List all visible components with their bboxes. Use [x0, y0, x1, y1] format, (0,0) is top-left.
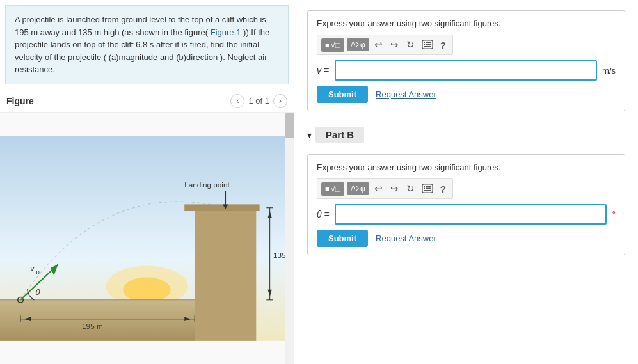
part-b-title: Part B: [315, 127, 364, 143]
svg-rect-44: [427, 187, 429, 189]
svg-text:θ: θ: [36, 287, 40, 297]
part-b-submit-button[interactable]: Submit: [317, 230, 368, 247]
part-b-toolbar: ■ √□ ΑΣφ ↩ ↪ ↻: [317, 178, 453, 199]
svg-rect-46: [424, 190, 431, 191]
svg-rect-4: [195, 207, 256, 340]
part-a-toolbar: ■ √□ ΑΣφ ↩ ↪ ↻: [317, 35, 453, 55]
part-a-input-row: v = m/s: [317, 60, 616, 81]
part-a-refresh-btn[interactable]: ↻: [404, 38, 417, 52]
part-b-input-row: θ = °: [317, 204, 616, 225]
svg-rect-42: [424, 187, 425, 189]
problem-text-box: A projectile is launched from ground lev…: [5, 5, 289, 84]
figure-header: Figure ‹ 1 of 1 ›: [0, 90, 294, 113]
part-a-answer-input[interactable]: [335, 60, 597, 81]
part-a-unit-label: m/s: [602, 66, 616, 75]
svg-rect-5: [184, 204, 259, 211]
part-b-refresh-btn[interactable]: ↻: [404, 182, 417, 196]
math-icon: ■: [325, 41, 330, 49]
part-a-submit-row: Submit Request Answer: [317, 86, 616, 103]
part-b-redo-btn[interactable]: ↪: [388, 182, 401, 196]
part-a-submit-button[interactable]: Submit: [317, 86, 368, 103]
part-b-unit-label: °: [612, 209, 616, 219]
left-panel: A projectile is launched from ground lev…: [0, 0, 294, 364]
svg-rect-43: [426, 187, 427, 189]
sqrt-icon: √□: [331, 40, 340, 50]
svg-rect-31: [429, 42, 431, 43]
scroll-thumb[interactable]: [285, 113, 294, 138]
right-panel: Express your answer using two significan…: [294, 0, 638, 364]
scroll-track[interactable]: [285, 113, 294, 365]
svg-rect-32: [424, 44, 425, 45]
figure-section: Figure ‹ 1 of 1 ›: [0, 90, 294, 365]
part-b-help-btn[interactable]: ?: [438, 182, 449, 196]
part-b-math-btn[interactable]: ■ √□: [321, 182, 344, 196]
part-b-header: ▾ Part B: [307, 122, 625, 148]
part-b-express-label: Express your answer using two significan…: [317, 162, 616, 172]
svg-rect-28: [424, 42, 425, 43]
svg-rect-41: [429, 186, 431, 187]
part-b-var-label: θ =: [317, 209, 330, 219]
part-b-request-button[interactable]: Request Answer: [376, 233, 436, 243]
svg-text:0: 0: [36, 269, 40, 276]
figure-title: Figure: [6, 96, 230, 106]
keyboard-icon: [422, 40, 433, 49]
problem-text-content: A projectile is launched from ground lev…: [15, 15, 269, 74]
next-figure-button[interactable]: ›: [273, 94, 287, 108]
figure-image-area: Landing point 135 m 195 m: [0, 113, 294, 365]
keyboard-icon-b: [422, 184, 433, 193]
part-b-symbol-btn[interactable]: ΑΣφ: [347, 182, 369, 195]
svg-text:195 m: 195 m: [82, 321, 103, 329]
svg-rect-40: [427, 186, 429, 187]
svg-point-2: [123, 277, 171, 301]
svg-rect-39: [426, 186, 427, 187]
part-b-arrow[interactable]: ▾: [307, 130, 312, 140]
figure-link[interactable]: Figure 1: [211, 28, 241, 37]
svg-rect-33: [426, 44, 427, 45]
part-a-symbol-btn[interactable]: ΑΣφ: [347, 38, 369, 51]
math-icon-b: ■: [325, 185, 330, 193]
prev-figure-button[interactable]: ‹: [230, 94, 244, 108]
svg-rect-45: [429, 187, 431, 189]
sqrt-icon-b: √□: [331, 184, 340, 194]
part-a-redo-btn[interactable]: ↪: [388, 38, 401, 52]
svg-rect-38: [424, 186, 425, 187]
svg-rect-29: [426, 42, 427, 43]
part-b-answer-input[interactable]: [335, 204, 607, 225]
part-a-answer-box: Express your answer using two significan…: [307, 10, 625, 111]
landing-point-label: Landing point: [184, 180, 230, 188]
part-a-help-btn[interactable]: ?: [438, 38, 449, 52]
svg-rect-35: [429, 44, 431, 45]
part-a-math-btn[interactable]: ■ √□: [321, 38, 344, 52]
part-a-keyboard-btn[interactable]: [420, 38, 435, 52]
svg-rect-30: [427, 42, 429, 43]
part-b-undo-btn[interactable]: ↩: [372, 182, 385, 196]
svg-rect-36: [424, 46, 431, 47]
part-a-var-label: v =: [317, 65, 330, 75]
part-a-undo-btn[interactable]: ↩: [372, 38, 385, 52]
page-indicator: 1 of 1: [248, 96, 269, 106]
svg-rect-34: [427, 44, 429, 45]
part-b-answer-box: Express your answer using two significan…: [307, 154, 625, 255]
part-b-keyboard-btn[interactable]: [420, 182, 435, 196]
figure-svg: Landing point 135 m 195 m: [0, 113, 294, 365]
part-a-request-button[interactable]: Request Answer: [376, 90, 436, 99]
part-b-submit-row: Submit Request Answer: [317, 230, 616, 247]
part-a-express-label: Express your answer using two significan…: [317, 19, 616, 28]
figure-nav: ‹ 1 of 1 ›: [230, 94, 287, 108]
